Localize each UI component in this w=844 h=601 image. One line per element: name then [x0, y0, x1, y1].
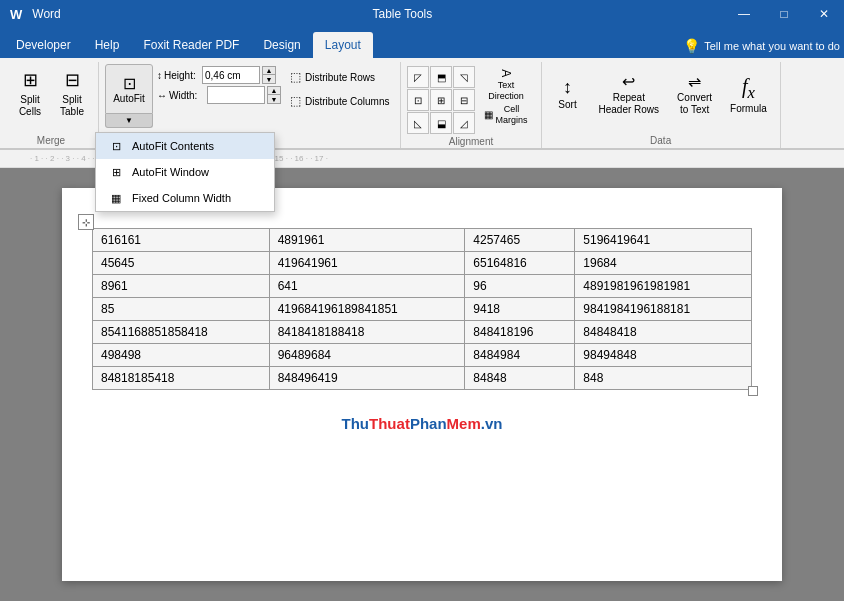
- table-cell: 4891961: [269, 229, 465, 252]
- table-row: 8541168851858418 8418418188418 848418196…: [93, 321, 752, 344]
- table-cell: 65164816: [465, 252, 575, 275]
- maximize-btn[interactable]: □: [764, 0, 804, 28]
- align-grid: ◸ ⬒ ◹ ⊡ ⊞ ⊟ ◺ ⬓ ◿: [407, 64, 475, 134]
- table-resize-handle[interactable]: [748, 386, 758, 396]
- distribute-rows-btn[interactable]: ⬚ Distribute Rows: [285, 66, 394, 88]
- text-direction-label: TextDirection: [488, 80, 524, 102]
- autofit-fixed-item[interactable]: ▦ Fixed Column Width: [96, 185, 274, 211]
- tab-foxit[interactable]: Foxit Reader PDF: [131, 32, 251, 58]
- split-table-btn[interactable]: ⊟ SplitTable: [52, 64, 92, 124]
- height-down-btn[interactable]: ▼: [262, 75, 276, 84]
- autofit-contents-item[interactable]: ⊡ AutoFit Contents: [96, 133, 274, 159]
- lightbulb-icon: 💡: [683, 38, 700, 54]
- table-cell: 19684: [575, 252, 752, 275]
- table-cell: 96489684: [269, 344, 465, 367]
- autofit-window-icon: ⊞: [106, 164, 126, 180]
- table-cell: 45645: [93, 252, 270, 275]
- dimensions-group: ↕ Height: ▲ ▼ ↔ Width: ▲: [157, 64, 281, 104]
- merge-group-label: Merge: [10, 135, 92, 146]
- align-bottom-center-btn[interactable]: ⬓: [430, 112, 452, 134]
- repeat-header-btn[interactable]: ↩ RepeatHeader Rows: [592, 64, 667, 124]
- formula-label: Formula: [730, 103, 767, 115]
- watermark-thu: Thu: [342, 415, 370, 432]
- autofit-window-item[interactable]: ⊞ AutoFit Window: [96, 159, 274, 185]
- watermark-vn: .vn: [481, 415, 503, 432]
- convert-to-text-btn[interactable]: ⇌ Convertto Text: [670, 64, 719, 124]
- convert-to-text-label: Convertto Text: [677, 92, 712, 116]
- width-spinner: ▲ ▼: [267, 86, 281, 104]
- height-row: ↕ Height: ▲ ▼: [157, 66, 281, 84]
- repeat-header-icon: ↩: [622, 72, 635, 91]
- tab-layout[interactable]: Layout: [313, 32, 373, 58]
- table-cell: 641: [269, 275, 465, 298]
- table-cell: 848496419: [269, 367, 465, 390]
- align-bottom-left-btn[interactable]: ◺: [407, 112, 429, 134]
- table-cell: 96: [465, 275, 575, 298]
- table-cell: 419641961: [269, 252, 465, 275]
- autofit-dropdown-arrow[interactable]: ▼: [105, 114, 153, 128]
- distribute-group: ⬚ Distribute Rows ⬚ Distribute Columns: [285, 64, 394, 112]
- height-icon: ↕: [157, 70, 162, 81]
- table-cell: 9418: [465, 298, 575, 321]
- autofit-fixed-icon: ▦: [106, 190, 126, 206]
- text-cell-btns: A TextDirection ▦ CellMargins: [477, 64, 534, 127]
- autofit-label: AutoFit: [113, 93, 145, 104]
- watermark-thuat: Thuat: [369, 415, 410, 432]
- table-cell: 5196419641: [575, 229, 752, 252]
- distribute-cols-icon: ⬚: [290, 94, 301, 108]
- align-middle-center-btn[interactable]: ⊞: [430, 89, 452, 111]
- table-cell: 4257465: [465, 229, 575, 252]
- table-cell: 4891981961981981: [575, 275, 752, 298]
- distribute-rows-label: Distribute Rows: [305, 72, 375, 83]
- tell-me-area: 💡 Tell me what you want to do: [683, 38, 840, 58]
- table-row: 85 419684196189841851 9418 9841984196188…: [93, 298, 752, 321]
- tab-developer[interactable]: Developer: [4, 32, 83, 58]
- autofit-contents-label: AutoFit Contents: [132, 140, 214, 152]
- align-top-right-btn[interactable]: ◹: [453, 66, 475, 88]
- watermark: ThuThuatPhanMem.vn: [92, 403, 752, 444]
- align-middle-left-btn[interactable]: ⊡: [407, 89, 429, 111]
- repeat-header-label: RepeatHeader Rows: [599, 92, 660, 116]
- tab-help[interactable]: Help: [83, 32, 132, 58]
- table-cell: 848: [575, 367, 752, 390]
- height-label: Height:: [164, 70, 200, 81]
- height-input[interactable]: [202, 66, 260, 84]
- width-down-btn[interactable]: ▼: [267, 95, 281, 104]
- align-top-center-btn[interactable]: ⬒: [430, 66, 452, 88]
- table-row: 498498 96489684 8484984 98494848: [93, 344, 752, 367]
- close-btn[interactable]: ✕: [804, 0, 844, 28]
- table-cell: 85: [93, 298, 270, 321]
- tab-design[interactable]: Design: [251, 32, 312, 58]
- table-move-handle[interactable]: ⊹: [78, 214, 94, 230]
- table-cell: 84848: [465, 367, 575, 390]
- width-input[interactable]: [207, 86, 265, 104]
- height-up-btn[interactable]: ▲: [262, 66, 276, 75]
- minimize-btn[interactable]: —: [724, 0, 764, 28]
- table-cell: 616161: [93, 229, 270, 252]
- formula-btn[interactable]: fx Formula: [723, 64, 774, 124]
- distribute-cols-btn[interactable]: ⬚ Distribute Columns: [285, 90, 394, 112]
- table-cell: 8418418188418: [269, 321, 465, 344]
- table-cell: 8541168851858418: [93, 321, 270, 344]
- width-icon: ↔: [157, 90, 167, 101]
- table-row: 45645 419641961 65164816 19684: [93, 252, 752, 275]
- table-cell: 498498: [93, 344, 270, 367]
- align-bottom-right-btn[interactable]: ◿: [453, 112, 475, 134]
- width-up-btn[interactable]: ▲: [267, 86, 281, 95]
- table-row: 616161 4891961 4257465 5196419641: [93, 229, 752, 252]
- data-group: ↕ Sort ↩ RepeatHeader Rows ⇌ Convertto T…: [542, 62, 781, 148]
- autofit-main-btn[interactable]: ⊡ AutoFit: [105, 64, 153, 114]
- sort-btn[interactable]: ↕ Sort: [548, 64, 588, 124]
- split-cells-btn[interactable]: ⊞ SplitCells: [10, 64, 50, 124]
- align-top-left-btn[interactable]: ◸: [407, 66, 429, 88]
- autofit-fixed-label: Fixed Column Width: [132, 192, 231, 204]
- cell-size-group: ⊡ AutoFit ▼ ⊡ AutoFit Contents ⊞ AutoFit…: [99, 62, 401, 148]
- split-table-icon: ⊟: [65, 70, 80, 92]
- align-middle-right-btn[interactable]: ⊟: [453, 89, 475, 111]
- cell-margins-btn[interactable]: ▦ CellMargins: [477, 103, 534, 127]
- text-direction-btn[interactable]: A TextDirection: [477, 66, 534, 101]
- autofit-dropdown-menu: ⊡ AutoFit Contents ⊞ AutoFit Window ▦ Fi…: [95, 132, 275, 212]
- merge-group: ⊞ SplitCells ⊟ SplitTable Merge: [4, 62, 99, 148]
- doc-table: 616161 4891961 4257465 5196419641 45645 …: [92, 228, 752, 390]
- cell-margins-label: CellMargins: [495, 104, 527, 126]
